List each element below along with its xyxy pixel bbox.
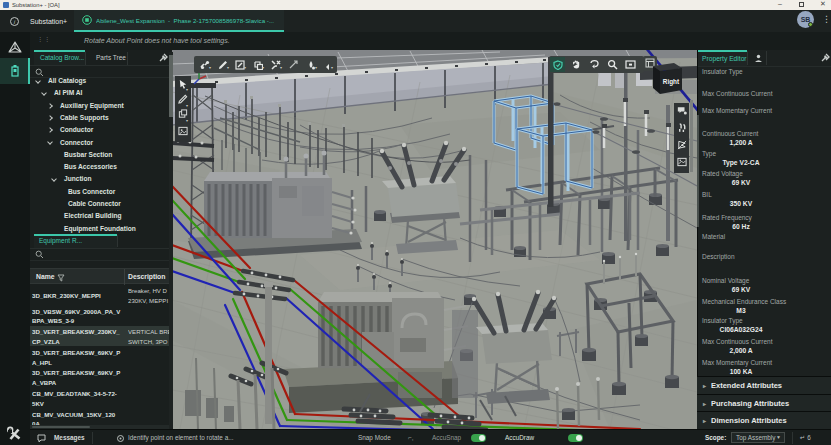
svg-text:Right: Right (663, 78, 680, 86)
